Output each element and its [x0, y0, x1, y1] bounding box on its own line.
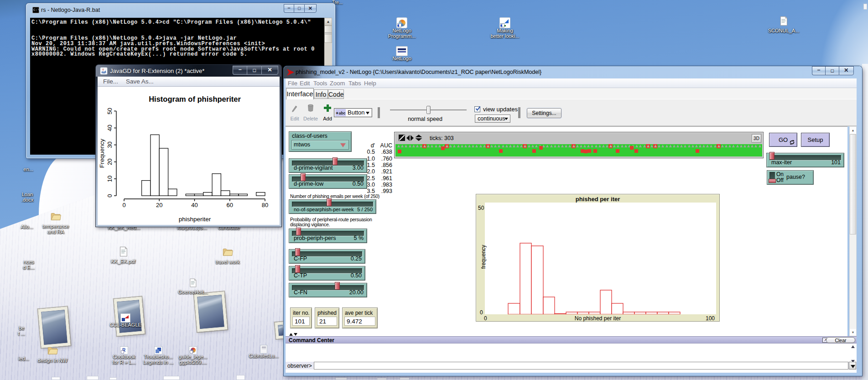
svg-text:0: 0 [122, 202, 125, 208]
svg-text:20: 20 [156, 202, 162, 208]
svg-text:60: 60 [227, 202, 233, 208]
svg-text:phishperiter: phishperiter [179, 216, 211, 223]
svg-text:30: 30 [106, 141, 113, 148]
svg-text:80: 80 [262, 202, 268, 208]
svg-text:Histogram of phishperiter: Histogram of phishperiter [149, 95, 241, 103]
svg-text:40: 40 [191, 202, 198, 208]
svg-text:40: 40 [106, 125, 113, 131]
svg-text:Frequency: Frequency [99, 139, 105, 168]
svg-text:10: 10 [106, 176, 113, 182]
svg-text:50: 50 [106, 108, 113, 114]
svg-text:20: 20 [106, 159, 113, 165]
svg-text:0: 0 [106, 194, 113, 197]
